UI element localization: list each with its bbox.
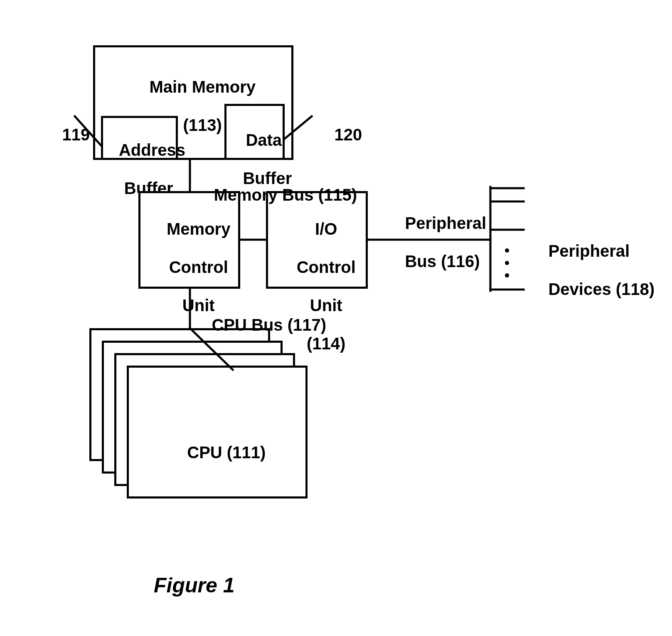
peripheral-devices-line1: Peripheral — [548, 242, 630, 260]
peripheral-bus-label: Peripheral Bus (116) — [386, 194, 486, 290]
ref-120-label: 120 — [316, 106, 362, 163]
cpu-label: CPU (111) — [127, 424, 308, 481]
figure-caption-text: Figure 1 — [154, 574, 234, 597]
peripheral-devices-line2: Devices (118) — [548, 280, 655, 298]
main-memory-line2: (113) — [183, 116, 222, 134]
icu-line2: Control — [297, 258, 356, 276]
cpu-bus-label: CPU Bus (117) — [193, 296, 326, 354]
peripheral-devices-label: Peripheral Devices (118) — [530, 222, 655, 318]
data-buffer-line1: Data — [246, 131, 282, 149]
peripheral-bus-line1: Peripheral — [405, 214, 486, 232]
ref-120-text: 120 — [334, 125, 362, 144]
memory-bus-label: Memory Bus (115) — [195, 166, 357, 223]
cpu-line1: CPU (111) — [187, 443, 266, 462]
ellipsis-dot-icon — [505, 248, 509, 253]
diagram-canvas: Main Memory (113) Address Buffer Data Bu… — [0, 0, 672, 636]
peripheral-bus-line2: Bus (116) — [405, 252, 480, 270]
cpu-bus-text: CPU Bus (117) — [212, 316, 326, 334]
ellipsis-dot-icon — [505, 273, 509, 277]
memory-bus-text: Memory Bus (115) — [214, 186, 357, 204]
ref-119-text: 119 — [62, 125, 90, 144]
ref-119-label: 119 — [44, 106, 90, 163]
mcu-line2: Control — [169, 258, 228, 276]
figure-caption: Figure 1 — [154, 573, 234, 597]
main-memory-line1: Main Memory — [149, 78, 256, 96]
ellipsis-dot-icon — [505, 261, 509, 265]
address-buffer-line1: Address — [119, 141, 185, 159]
